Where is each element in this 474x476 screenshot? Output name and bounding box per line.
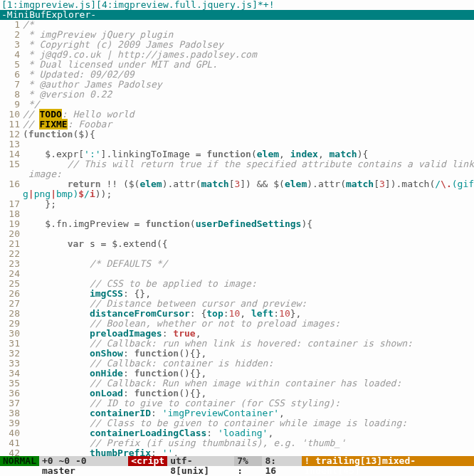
code-line[interactable]: 33 // Callback: container is hidden: [0, 359, 474, 369]
code-content[interactable]: // Prefix (if using thumbnails), e.g. 't… [23, 438, 474, 448]
code-content[interactable]: /* DEFAULTS */ [23, 259, 474, 269]
code-content[interactable]: (function($){ [23, 129, 474, 139]
code-content[interactable] [23, 209, 474, 219]
code-content[interactable]: onShow: function(){}, [23, 349, 474, 359]
code-line[interactable]: 5 * Dual licensed under MIT and GPL. [0, 60, 474, 70]
code-content[interactable]: * imgPreview jQuery plugin [23, 30, 474, 40]
code-line[interactable]: 19 $.fn.imgPreview = function(userDefine… [0, 219, 474, 229]
code-line[interactable]: 9 */ [0, 100, 474, 110]
code-line[interactable]: 8 * @version 0.22 [0, 90, 474, 100]
code-line[interactable]: 14 $.expr[':'].linkingToImage = function… [0, 149, 474, 159]
code-content[interactable]: return !! ($(elem).attr(match[3]) && $(e… [23, 179, 474, 189]
code-content[interactable]: * j@qd9.co.uk | http://james.padolsey.co… [23, 50, 474, 60]
code-line[interactable]: 2 * imgPreview jQuery plugin [0, 30, 474, 40]
code-line[interactable]: 3 * Copyright (c) 2009 James Padolsey [0, 40, 474, 50]
code-line[interactable]: 13 [0, 139, 474, 149]
code-content[interactable]: // Distance between cursor and preview: [23, 299, 474, 309]
code-content[interactable]: preloadImages: true, [23, 329, 474, 339]
code-content[interactable]: containerID: 'imgPreviewContainer', [23, 408, 474, 418]
code-line[interactable]: image: [0, 169, 474, 179]
code-line[interactable]: 22 [0, 249, 474, 259]
line-number: 3 [0, 40, 23, 50]
line-number: 17 [0, 199, 23, 209]
code-line[interactable]: 24 [0, 269, 474, 279]
code-line[interactable]: 31 // Callback: run when link is hovered… [0, 339, 474, 349]
line-number: 27 [0, 299, 23, 309]
code-line[interactable]: 16 return !! ($(elem).attr(match[3]) && … [0, 179, 474, 189]
buffer-tab-bar[interactable]: [1:imgpreview.js][4:imgpreview.full.jque… [0, 0, 474, 10]
code-line[interactable]: 20 [0, 229, 474, 239]
code-content[interactable]: g|png|bmp)$/i)); [23, 189, 474, 199]
code-line[interactable]: 23 /* DEFAULTS */ [0, 259, 474, 269]
code-content[interactable]: onLoad: function(){}, [23, 388, 474, 398]
code-content[interactable]: // FIXME: Foobar [23, 120, 474, 129]
code-content[interactable]: // Callback: container is hidden: [23, 359, 474, 369]
line-number: 7 [0, 80, 23, 90]
code-content[interactable]: // Callback: run when link is hovered: c… [23, 339, 474, 349]
code-line[interactable]: 27 // Distance between cursor and previe… [0, 299, 474, 309]
code-line[interactable]: 29 // Boolean, whether or not to preload… [0, 319, 474, 329]
code-line[interactable]: 34 onHide: function(){}, [0, 369, 474, 379]
code-line[interactable]: 6 * Updated: 09/02/09 [0, 70, 474, 80]
code-line[interactable]: 7 * @author James Padolsey [0, 80, 474, 90]
code-content[interactable]: // Boolean, whether or not to preload im… [23, 319, 474, 329]
code-line[interactable]: 35 // Callback: Run when image within co… [0, 379, 474, 388]
code-content[interactable] [23, 269, 474, 279]
code-line[interactable]: 39 // Class to be given to container whi… [0, 418, 474, 428]
code-line[interactable]: 32 onShow: function(){}, [0, 349, 474, 359]
code-line[interactable]: 4 * j@qd9.co.uk | http://james.padolsey.… [0, 50, 474, 60]
code-content[interactable]: * @version 0.22 [23, 90, 474, 100]
code-line[interactable]: 17 }; [0, 199, 474, 209]
code-content[interactable]: */ [23, 100, 474, 110]
code-content[interactable]: $.expr[':'].linkingToImage = function(el… [23, 149, 474, 159]
line-number: 39 [0, 418, 23, 428]
code-content[interactable]: image: [23, 169, 474, 179]
code-content[interactable]: // This will return true if the specifie… [23, 159, 474, 169]
code-content[interactable]: // ID to give to container (for CSS styl… [23, 398, 474, 408]
code-content[interactable]: $.fn.imgPreview = function(userDefinedSe… [23, 219, 474, 229]
code-line[interactable]: 25 // CSS to be applied to image: [0, 279, 474, 289]
line-number: 22 [0, 249, 23, 259]
code-line[interactable]: 1/* [0, 20, 474, 30]
status-mode: NORMAL [0, 456, 39, 466]
code-content[interactable]: /* [23, 20, 474, 30]
code-content[interactable]: imgCSS: {}, [23, 289, 474, 299]
code-line[interactable]: 12(function($){ [0, 129, 474, 139]
code-content[interactable] [23, 139, 474, 149]
code-content[interactable]: var s = $.extend({ [23, 239, 474, 249]
code-content[interactable]: onHide: function(){}, [23, 369, 474, 379]
code-content[interactable]: * @author James Padolsey [23, 80, 474, 90]
editor-area[interactable]: 1/*2 * imgPreview jQuery plugin3 * Copyr… [0, 20, 474, 456]
status-git: +0 ~0 -0 master [39, 456, 128, 466]
code-content[interactable]: // CSS to be applied to image: [23, 279, 474, 289]
code-content[interactable]: * Copyright (c) 2009 James Padolsey [23, 40, 474, 50]
code-line[interactable]: g|png|bmp)$/i)); [0, 189, 474, 199]
code-content[interactable]: // TODO: Hello world [23, 110, 474, 120]
code-line[interactable]: 30 preloadImages: true, [0, 329, 474, 339]
code-content[interactable]: containerLoadingClass: 'loading', [23, 428, 474, 438]
code-content[interactable] [23, 229, 474, 239]
code-content[interactable]: }; [23, 199, 474, 209]
code-line[interactable]: 21 var s = $.extend({ [0, 239, 474, 249]
code-content[interactable]: * Updated: 09/02/09 [23, 70, 474, 80]
code-line[interactable]: 18 [0, 209, 474, 219]
line-number [0, 189, 23, 199]
code-line[interactable]: 41 // Prefix (if using thumbnails), e.g.… [0, 438, 474, 448]
code-content[interactable]: * Dual licensed under MIT and GPL. [23, 60, 474, 70]
code-line[interactable]: 37 // ID to give to container (for CSS s… [0, 398, 474, 408]
line-number: 29 [0, 319, 23, 329]
code-line[interactable]: 28 distanceFromCursor: {top:10, left:10}… [0, 309, 474, 319]
line-number: 31 [0, 339, 23, 349]
code-line[interactable]: 11// FIXME: Foobar [0, 120, 474, 129]
code-line[interactable]: 40 containerLoadingClass: 'loading', [0, 428, 474, 438]
code-content[interactable]: // Class to be given to container while … [23, 418, 474, 428]
code-line[interactable]: 26 imgCSS: {}, [0, 289, 474, 299]
status-percent: 7% : [234, 456, 262, 466]
code-line[interactable]: 10// TODO: Hello world [0, 110, 474, 120]
code-content[interactable] [23, 249, 474, 259]
code-content[interactable]: // Callback: Run when image within conta… [23, 379, 474, 388]
code-line[interactable]: 15 // This will return true if the speci… [0, 159, 474, 169]
code-line[interactable]: 38 containerID: 'imgPreviewContainer', [0, 408, 474, 418]
code-line[interactable]: 36 onLoad: function(){}, [0, 388, 474, 398]
code-content[interactable]: distanceFromCursor: {top:10, left:10}, [23, 309, 474, 319]
